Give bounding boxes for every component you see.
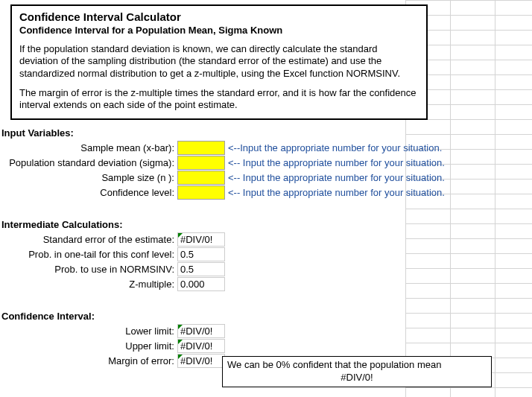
row-sample-mean: Sample mean (x-bar): <--Input the approp… <box>0 140 532 155</box>
row-standard-error: Standard error of the estimate: #DIV/0! <box>0 232 532 247</box>
value-margin-of-error[interactable]: #DIV/0! <box>177 354 225 368</box>
input-sample-mean[interactable] <box>177 141 225 155</box>
input-sample-size[interactable] <box>177 171 225 185</box>
row-sample-size: Sample size (n ): <-- Input the appropri… <box>0 170 532 185</box>
error-indicator-icon <box>178 233 183 238</box>
row-upper-limit: Upper limit: #DIV/0! <box>0 338 532 353</box>
confidence-statement-line1: We can be 0% confident that the populati… <box>227 359 487 372</box>
label-lower-limit: Lower limit: <box>0 325 177 337</box>
row-z-multiple: Z-multiple: 0.000 <box>0 276 532 291</box>
value-z-multiple[interactable]: 0.000 <box>177 277 225 291</box>
error-indicator-icon <box>178 355 183 359</box>
hint-confidence-level: <-- Input the appropriate number for you… <box>225 187 445 198</box>
header-paragraph-1: If the population standard deviation is … <box>19 43 419 80</box>
label-prob-one-tail: Prob. in one-tail for this conf level: <box>0 249 177 260</box>
value-prob-one-tail[interactable]: 0.5 <box>177 247 225 261</box>
header-description-box: Confidence Interval Calculator Confidenc… <box>10 4 428 120</box>
row-prob-one-tail: Prob. in one-tail for this conf level: 0… <box>0 247 532 261</box>
confidence-statement-line2: #DIV/0! <box>227 372 487 384</box>
value-upper-limit[interactable]: #DIV/0! <box>177 339 225 353</box>
input-sigma[interactable] <box>177 156 225 170</box>
label-sigma: Population standard deviation (sigma): <box>0 157 177 168</box>
row-prob-normsinv: Prob. to use in NORMSINV: 0.5 <box>0 261 532 276</box>
page-title: Confidence Interval Calculator <box>19 10 419 23</box>
label-margin-of-error: Margin of error: <box>0 355 177 366</box>
error-indicator-icon <box>178 340 183 344</box>
page-subtitle: Confidence Interval for a Population Mea… <box>19 25 419 36</box>
label-prob-normsinv: Prob. to use in NORMSINV: <box>0 264 177 275</box>
label-confidence-level: Confidence level: <box>0 187 177 198</box>
label-upper-limit: Upper limit: <box>0 340 177 352</box>
confidence-statement-box: We can be 0% confident that the populati… <box>222 356 492 387</box>
section-input-variables: Input Variables: <box>0 123 532 140</box>
row-sigma: Population standard deviation (sigma): <… <box>0 155 532 170</box>
hint-sample-mean: <--Input the appropriate number for your… <box>225 142 442 153</box>
hint-sample-size: <-- Input the appropriate number for you… <box>225 172 445 183</box>
label-standard-error: Standard error of the estimate: <box>0 234 177 245</box>
header-paragraph-2: The margin of error is the z-multiple ti… <box>19 87 419 112</box>
value-prob-normsinv[interactable]: 0.5 <box>177 262 225 276</box>
value-lower-limit[interactable]: #DIV/0! <box>177 324 225 338</box>
label-sample-size: Sample size (n ): <box>0 172 177 183</box>
value-standard-error[interactable]: #DIV/0! <box>177 232 225 247</box>
input-confidence-level[interactable] <box>177 185 225 200</box>
hint-sigma: <-- Input the appropriate number for you… <box>225 157 445 168</box>
row-confidence-level: Confidence level: <-- Input the appropri… <box>0 185 532 200</box>
label-z-multiple: Z-multiple: <box>0 279 177 290</box>
section-intermediate: Intermediate Calculations: <box>0 215 532 232</box>
section-confidence-interval: Confidence Interval: <box>0 306 532 323</box>
error-indicator-icon <box>178 325 183 329</box>
row-lower-limit: Lower limit: #DIV/0! <box>0 323 532 338</box>
label-sample-mean: Sample mean (x-bar): <box>0 142 177 153</box>
